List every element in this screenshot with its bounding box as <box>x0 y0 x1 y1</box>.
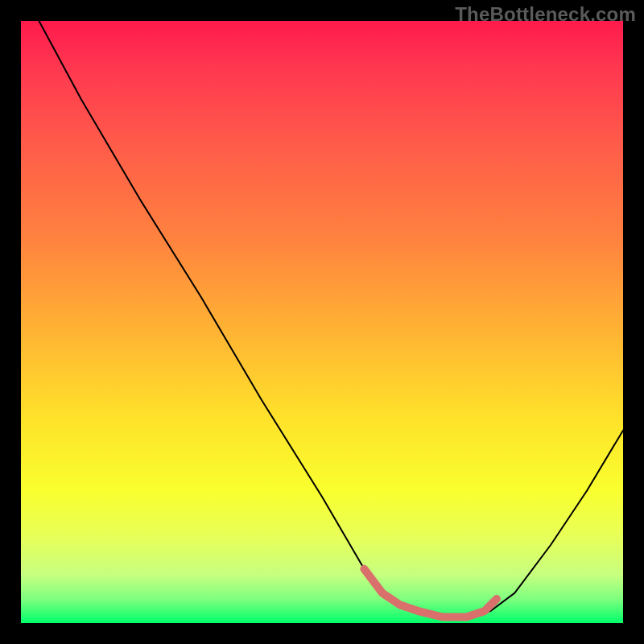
chart-svg <box>21 21 623 623</box>
series-optimal-range-marker <box>364 569 497 617</box>
chart-frame: TheBottleneck.com <box>0 0 644 644</box>
series-bottleneck-curve <box>39 21 623 617</box>
plot-area <box>21 21 623 623</box>
